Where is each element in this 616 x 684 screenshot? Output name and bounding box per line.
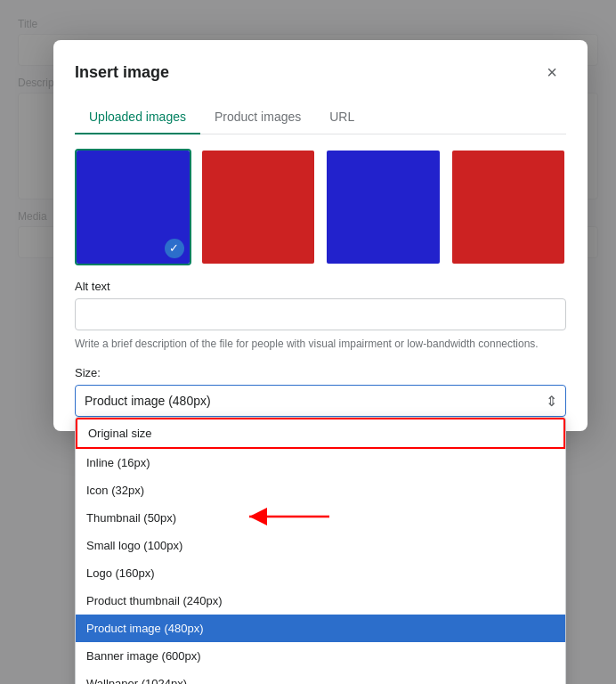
dropdown-item-original[interactable]: Original size xyxy=(76,418,565,449)
image-thumb-3[interactable] xyxy=(325,149,442,265)
close-icon: × xyxy=(547,62,557,83)
tab-url[interactable]: URL xyxy=(315,101,369,134)
alt-text-input[interactable] xyxy=(75,298,566,330)
dropdown-item-wallpaper-1024[interactable]: Wallpaper (1024px) xyxy=(76,670,565,685)
image-grid: ✓ xyxy=(53,134,588,280)
close-button[interactable]: × xyxy=(538,58,566,86)
dropdown-item-inline[interactable]: Inline (16px) xyxy=(76,449,565,476)
image-thumb-4[interactable] xyxy=(450,149,567,265)
image-thumb-1[interactable]: ✓ xyxy=(75,149,191,265)
size-label: Size: xyxy=(75,366,566,379)
tab-product-images[interactable]: Product images xyxy=(200,101,315,134)
size-dropdown-list: Original size Inline (16px) Icon (32px) … xyxy=(75,417,566,685)
tabs-container: Uploaded images Product images URL xyxy=(75,101,566,134)
dropdown-item-logo[interactable]: Logo (160px) xyxy=(76,559,565,587)
size-select[interactable]: Product image (480px) xyxy=(75,385,566,417)
selected-check-1: ✓ xyxy=(165,239,184,258)
dropdown-item-small-logo[interactable]: Small logo (100px) xyxy=(76,532,565,559)
dropdown-item-banner[interactable]: Banner image (600px) xyxy=(76,642,565,670)
alt-text-label: Alt text xyxy=(75,280,566,293)
alt-text-section: Alt text Write a brief description of th… xyxy=(53,280,588,366)
dropdown-item-icon[interactable]: Icon (32px) xyxy=(76,476,565,504)
thumb-bg-3 xyxy=(327,151,440,264)
thumb-bg-2 xyxy=(202,151,315,264)
dropdown-item-product-image[interactable]: Product image (480px) xyxy=(76,615,565,642)
dropdown-item-product-thumbnail[interactable]: Product thumbnail (240px) xyxy=(76,587,565,615)
modal-header: Insert image × xyxy=(53,40,588,86)
size-section: Size: Product image (480px) ⇕ Original s… xyxy=(53,366,588,431)
size-select-wrapper: Product image (480px) ⇕ xyxy=(75,385,566,417)
modal-title: Insert image xyxy=(75,63,169,82)
alt-text-hint: Write a brief description of the file fo… xyxy=(75,336,566,352)
dropdown-item-thumbnail[interactable]: Thumbnail (50px) xyxy=(76,504,565,532)
image-thumb-2[interactable] xyxy=(200,149,317,265)
insert-image-modal: Insert image × Uploaded images Product i… xyxy=(53,40,588,431)
thumb-bg-4 xyxy=(452,151,565,264)
tab-uploaded-images[interactable]: Uploaded images xyxy=(75,101,200,134)
